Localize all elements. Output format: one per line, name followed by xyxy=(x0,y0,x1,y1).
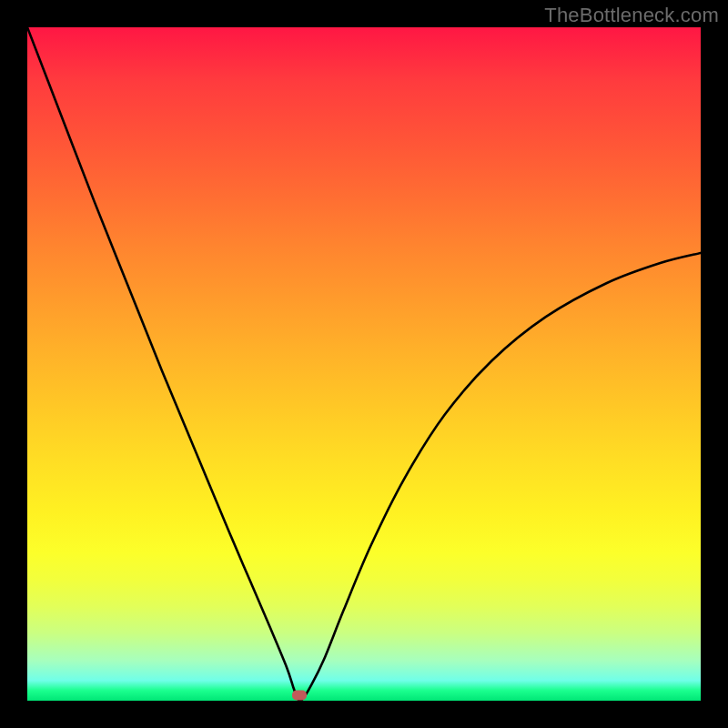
bottleneck-curve xyxy=(27,27,701,701)
watermark-text: TheBottleneck.com xyxy=(544,4,719,27)
chart-frame: TheBottleneck.com xyxy=(0,0,728,728)
minimum-marker xyxy=(292,691,307,701)
plot-area xyxy=(27,27,701,701)
